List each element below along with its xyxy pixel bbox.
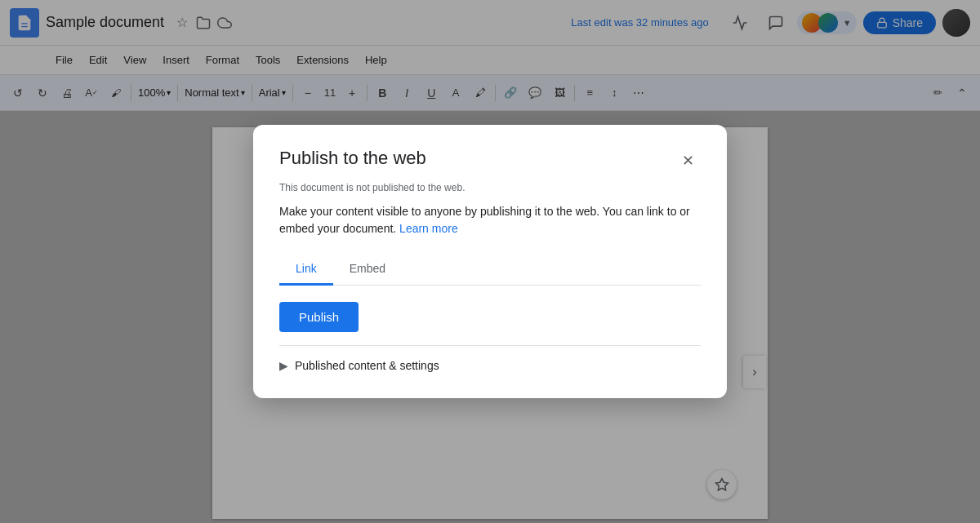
tabs-row: Link Embed (279, 254, 701, 286)
settings-row[interactable]: ▶ Published content & settings (279, 346, 701, 375)
tab-embed[interactable]: Embed (333, 254, 402, 286)
modal-title: Publish to the web (279, 148, 426, 169)
learn-more-link[interactable]: Learn more (399, 222, 458, 235)
publish-button[interactable]: Publish (279, 302, 359, 332)
modal-close-button[interactable]: ✕ (675, 148, 701, 174)
modal-header: Publish to the web ✕ (279, 148, 701, 174)
publish-area: Publish (279, 286, 701, 345)
tab-link[interactable]: Link (279, 254, 333, 286)
modal-overlay[interactable]: Publish to the web ✕ This document is no… (0, 0, 980, 523)
modal-description: Make your content visible to anyone by p… (279, 203, 701, 237)
modal-status: This document is not published to the we… (279, 182, 701, 193)
publish-modal: Publish to the web ✕ This document is no… (253, 125, 727, 398)
settings-chevron-icon: ▶ (279, 359, 288, 372)
settings-label: Published content & settings (295, 359, 439, 372)
